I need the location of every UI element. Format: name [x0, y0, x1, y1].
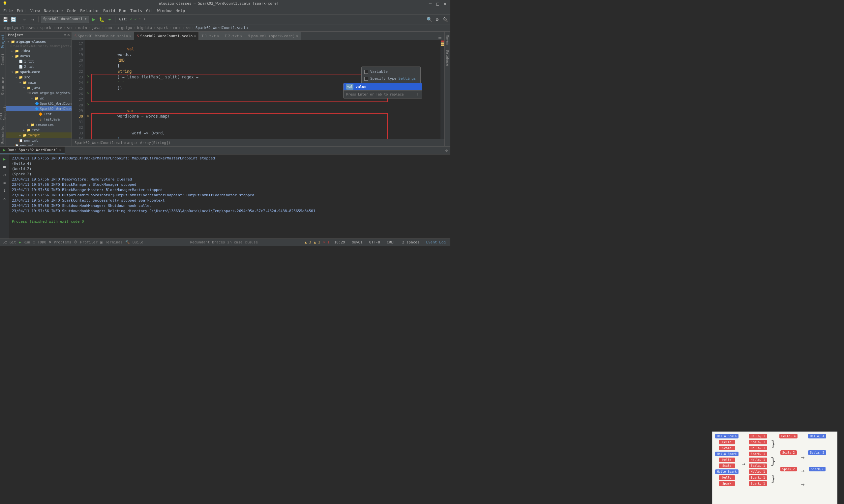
menu-refactor[interactable]: Refactor	[78, 8, 101, 14]
autocomplete-item[interactable]: val value	[344, 83, 422, 90]
toolbar-forward-btn[interactable]: →	[29, 16, 36, 23]
status-indent[interactable]: 2 spaces	[400, 240, 421, 245]
toolbar-back-btn[interactable]: ←	[21, 16, 28, 23]
bc-core[interactable]: core	[172, 26, 182, 30]
tree-1txt[interactable]: 📄 1.txt	[6, 59, 71, 64]
status-warnings2[interactable]: ▲ 2	[314, 240, 321, 245]
bc-wc[interactable]: wc	[186, 26, 191, 30]
toolbar-save-btn[interactable]: 💾	[2, 16, 8, 23]
menu-code[interactable]: Code	[65, 8, 79, 14]
tab-1txt[interactable]: T 1.txt ×	[199, 32, 222, 40]
bc-src[interactable]: src	[66, 26, 74, 30]
project-collapse-btn[interactable]: ≡	[64, 33, 67, 37]
status-problems-icon[interactable]: ⚑	[49, 240, 51, 245]
run-config-dropdown[interactable]: Spark02_WordCount1 ▾	[41, 16, 89, 23]
tree-test-folder[interactable]: ▸ 📁 test	[6, 127, 71, 132]
tree-datas[interactable]: ▾ 📁 datas	[6, 53, 71, 59]
variable-checkbox[interactable]	[364, 70, 368, 74]
tree-root[interactable]: ▾ 📁 atguigu-classes	[6, 39, 71, 44]
menu-edit[interactable]: Edit	[15, 8, 28, 14]
bookmarks-tab[interactable]: Bookmarks	[1, 123, 5, 146]
status-errors[interactable]: × 1	[323, 240, 330, 245]
menu-view[interactable]: View	[28, 8, 42, 14]
bc-java[interactable]: java	[91, 26, 101, 30]
bc-atguigu[interactable]: atguigu-classes	[2, 26, 36, 30]
popup-variable-row[interactable]: Variable	[364, 68, 418, 75]
tree-testjava[interactable]: ☕ TestJava	[6, 116, 71, 122]
menu-window[interactable]: Window	[155, 8, 173, 14]
tab-spark02-close[interactable]: ×	[194, 34, 196, 38]
bc-spark-core[interactable]: spark-core	[39, 26, 63, 30]
run-close-btn[interactable]: ✕	[1, 195, 8, 202]
tab-pom[interactable]: M pom.xml (spark-core) ×	[245, 32, 302, 40]
maximize-btn[interactable]: □	[435, 1, 440, 6]
tree-test[interactable]: 🔶 Test	[6, 111, 71, 116]
menu-tools[interactable]: Tools	[128, 8, 144, 14]
menu-run[interactable]: Run	[117, 8, 128, 14]
code-editor[interactable]: 17 18 19 20 21 22 23 24 25 26 27 28 29 3…	[72, 40, 444, 139]
tab-2txt-close[interactable]: ×	[240, 34, 242, 38]
tree-main[interactable]: ▾ 📁 main	[6, 80, 71, 85]
tree-resources[interactable]: ▸ 📁 resources	[6, 122, 71, 127]
code-content[interactable]: val words: RDD [ String ] = lines.flatMa…	[91, 40, 441, 139]
tab-spark01-close[interactable]: ×	[129, 34, 131, 38]
menu-build[interactable]: Build	[101, 8, 117, 14]
bottom-tabs-settings[interactable]: ⚙	[443, 148, 450, 153]
status-terminal-icon[interactable]: ▣	[100, 240, 103, 245]
bc-file[interactable]: Spark02_WordCount1.scala	[195, 26, 248, 30]
menu-git[interactable]: Git	[144, 8, 155, 14]
run-btn[interactable]: ▶	[90, 16, 97, 23]
minimize-btn[interactable]: ─	[428, 1, 433, 6]
tab-bar-menu[interactable]: ☰	[435, 35, 444, 40]
close-btn[interactable]: ✕	[443, 1, 448, 6]
coverage-btn[interactable]: ☂	[106, 16, 113, 23]
run-tab[interactable]: ▶ Run: Spark02_WordCount1 ×	[0, 147, 65, 154]
menu-file[interactable]: File	[1, 8, 15, 14]
status-position[interactable]: 10:29	[332, 240, 347, 245]
specify-checkbox[interactable]	[364, 77, 368, 81]
run-filter-btn[interactable]: ≡	[1, 180, 8, 186]
commit-tab[interactable]: Commit	[1, 51, 5, 68]
tree-src[interactable]: ▾ 📁 src	[6, 74, 71, 80]
tab-1txt-close[interactable]: ×	[217, 34, 219, 38]
run-scroll-btn[interactable]: ⤓	[1, 187, 8, 194]
pull-requests-tab[interactable]: Pull Requests	[0, 97, 6, 123]
tree-wc[interactable]: ▾ 📁 wc	[6, 95, 71, 101]
run-rerun-btn[interactable]: ↺	[1, 172, 8, 178]
menu-help[interactable]: Help	[173, 8, 187, 14]
ac-more-icon[interactable]: ⋮	[416, 92, 419, 97]
bc-bigdata[interactable]: bigdata	[136, 26, 153, 30]
plugin-btn[interactable]: 🔌	[442, 16, 448, 23]
popup-specify-row[interactable]: Specify type Settings	[364, 75, 418, 82]
bc-atguigu2[interactable]: atguigu	[116, 26, 133, 30]
structure-tab[interactable]: Structure	[1, 74, 5, 97]
tree-pom-root[interactable]: 📋 pom.xml	[6, 143, 71, 146]
maven-tab[interactable]: Maven	[445, 33, 450, 47]
project-gear-btn[interactable]: ⚙	[67, 33, 70, 37]
tree-target[interactable]: ▸ 📁 target	[6, 132, 71, 138]
tree-spark-core[interactable]: ▾ 📁 spark-core	[6, 69, 71, 74]
run-stop-btn[interactable]: ⏹	[1, 164, 8, 170]
run-tab-close[interactable]: ×	[59, 148, 61, 152]
status-todo-icon[interactable]: ☑	[33, 240, 35, 245]
toolbar-sync-btn[interactable]: 🔄	[10, 16, 16, 23]
status-terminal-label[interactable]: Terminal	[105, 240, 123, 245]
status-build-label[interactable]: Build	[133, 240, 143, 245]
status-branch[interactable]: dev01	[350, 240, 365, 245]
database-tab[interactable]: Database	[445, 48, 450, 68]
tab-spark01[interactable]: S Spark01_WordCount.scala ×	[72, 32, 134, 40]
tree-java[interactable]: ▾ 📁 java	[6, 85, 71, 90]
tree-idea[interactable]: ▸ 📁 .idea	[6, 48, 71, 53]
tree-spark01[interactable]: 🔷 Spark01_WordCount	[6, 101, 71, 106]
tree-spark02[interactable]: 🔷 Spark02_WordCount1	[6, 106, 71, 111]
tab-spark02[interactable]: S Spark02_WordCount1.scala ×	[134, 32, 199, 40]
status-warnings[interactable]: ▲ 3	[305, 240, 311, 245]
tab-pom-close[interactable]: ×	[296, 34, 298, 38]
status-profiler-icon[interactable]: ⏱	[74, 240, 77, 245]
status-problems-label[interactable]: Problems	[54, 240, 71, 245]
status-event-log[interactable]: Event Log	[424, 240, 448, 245]
status-git-branch[interactable]: Git	[10, 240, 16, 245]
status-line-sep[interactable]: CRLF	[385, 240, 398, 245]
search-btn[interactable]: 🔍	[426, 16, 433, 23]
status-run-icon[interactable]: ▶	[19, 240, 21, 245]
